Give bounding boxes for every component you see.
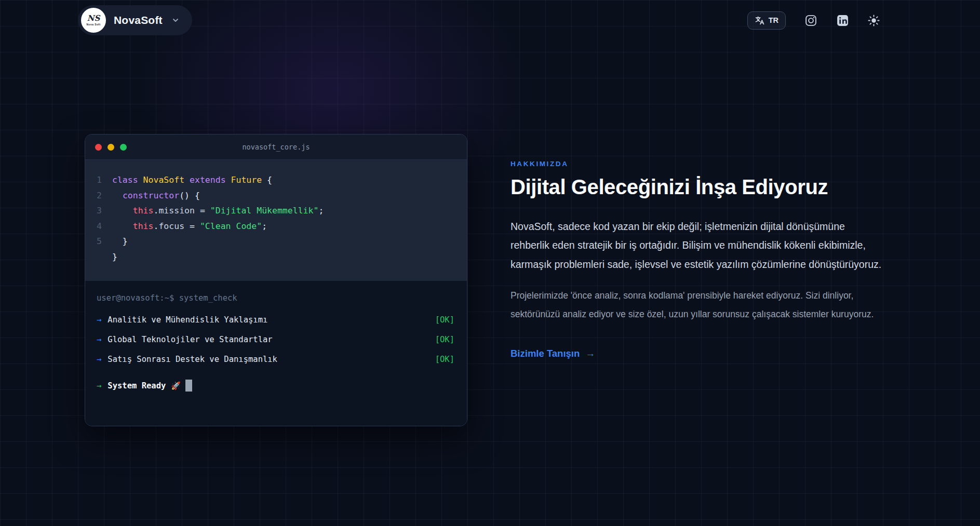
chevron-down-icon <box>171 16 180 24</box>
code-line: 1class NovaSoft extends Future { <box>92 172 457 188</box>
line-number: 4 <box>92 219 112 234</box>
arrow-right-icon: → <box>97 335 101 344</box>
about-section: HAKKIMIZDA Dijital Geleceğinizi İnşa Edi… <box>511 134 883 359</box>
status-badge: [OK] <box>435 355 454 364</box>
window-titlebar: novasoft_core.js <box>85 134 467 160</box>
system-ready-label: System Ready <box>108 381 166 390</box>
meet-us-link[interactable]: Bizimle Tanışın → <box>511 348 595 359</box>
status-badge: [OK] <box>435 315 454 325</box>
arrow-right-icon: → <box>97 355 101 364</box>
line-number: 1 <box>92 172 112 188</box>
rocket-emoji-icon: 🚀 <box>171 381 181 390</box>
brand-menu-button[interactable]: NS Nova Soft NovaSoft <box>78 5 192 35</box>
terminal-check-row: →Global Teknolojiler ve Standartlar[OK] <box>97 335 454 344</box>
code-line: 5 } <box>92 234 457 249</box>
instagram-link[interactable] <box>804 14 817 27</box>
header-actions: TR <box>747 11 880 30</box>
check-label: Analitik ve Mühendislik Yaklaşımı <box>108 315 435 325</box>
line-number <box>92 249 112 265</box>
meet-us-label: Bizimle Tanışın <box>511 348 580 359</box>
translate-icon <box>755 16 764 25</box>
line-number: 3 <box>92 203 112 219</box>
linkedin-link[interactable] <box>836 14 849 27</box>
code-text: } <box>112 249 117 265</box>
code-editor-window: novasoft_core.js 1class NovaSoft extends… <box>85 134 467 426</box>
brand-name: NovaSoft <box>114 14 163 26</box>
minimize-window-dot[interactable] <box>108 144 114 151</box>
novasoft-logo: NS Nova Soft <box>81 8 106 33</box>
code-line: } <box>92 249 457 265</box>
terminal-check-row: →Satış Sonrası Destek ve Danışmanlık[OK] <box>97 355 454 364</box>
theme-toggle-button[interactable] <box>868 15 880 26</box>
window-title: novasoft_core.js <box>85 143 467 151</box>
status-badge: [OK] <box>435 335 454 344</box>
close-window-dot[interactable] <box>95 144 102 151</box>
arrow-right-icon: → <box>97 381 101 390</box>
code-line: 2 constructor() { <box>92 188 457 204</box>
about-paragraph-primary: NovaSoft, sadece kod yazan bir ekip deği… <box>511 217 883 274</box>
code-pane: 1class NovaSoft extends Future {2 constr… <box>85 160 467 281</box>
check-label: Global Teknolojiler ve Standartlar <box>108 335 435 344</box>
code-text: this.focus = "Clean Code"; <box>112 219 267 234</box>
maximize-window-dot[interactable] <box>120 144 127 151</box>
about-paragraph-secondary: Projelerimizde 'önce analiz, sonra kodla… <box>511 287 883 323</box>
terminal-cursor <box>185 380 192 392</box>
logo-monogram: NS <box>87 15 100 22</box>
code-text: constructor() { <box>112 188 200 204</box>
terminal-pane: user@novasoft:~$ system_check →Analitik … <box>85 281 467 426</box>
traffic-lights <box>95 144 127 151</box>
linkedin-icon <box>836 14 849 27</box>
terminal-ready-row: → System Ready 🚀 <box>97 380 454 392</box>
language-label: TR <box>769 16 778 24</box>
code-line: 4 this.focus = "Clean Code"; <box>92 219 457 234</box>
top-navigation-bar: NS Nova Soft NovaSoft TR <box>0 0 980 41</box>
arrow-right-icon: → <box>585 348 595 359</box>
code-text: class NovaSoft extends Future { <box>112 172 272 188</box>
code-text: this.mission = "Dijital Mükemmellik"; <box>112 203 324 219</box>
sun-icon <box>868 15 880 26</box>
section-title: Dijital Geleceğinizi İnşa Ediyoruz <box>511 176 883 199</box>
terminal-prompt: user@novasoft:~$ system_check <box>97 293 454 303</box>
hero-section: novasoft_core.js 1class NovaSoft extends… <box>0 41 980 426</box>
code-text: } <box>112 234 128 249</box>
terminal-checks: →Analitik ve Mühendislik Yaklaşımı[OK]→G… <box>97 315 454 364</box>
line-number: 5 <box>92 234 112 249</box>
line-number: 2 <box>92 188 112 204</box>
arrow-right-icon: → <box>97 315 101 325</box>
check-label: Satış Sonrası Destek ve Danışmanlık <box>108 355 435 364</box>
terminal-check-row: →Analitik ve Mühendislik Yaklaşımı[OK] <box>97 315 454 325</box>
language-toggle-button[interactable]: TR <box>747 11 786 30</box>
instagram-icon <box>804 14 817 27</box>
logo-caption: Nova Soft <box>87 23 101 26</box>
section-eyebrow: HAKKIMIZDA <box>511 160 883 168</box>
code-line: 3 this.mission = "Dijital Mükemmellik"; <box>92 203 457 219</box>
